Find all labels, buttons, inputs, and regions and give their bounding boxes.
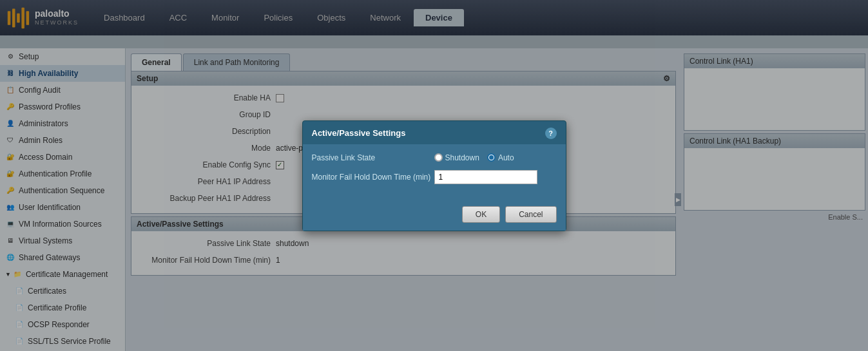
radio-auto[interactable]: Auto [487,153,514,162]
radio-shutdown[interactable]: Shutdown [434,153,479,162]
passive-link-state-radio-group: Shutdown Auto [434,153,514,162]
monitor-fail-hold-input[interactable] [434,170,537,184]
monitor-fail-hold-modal-label: Monitor Fail Hold Down Time (min) [312,173,434,182]
radio-shutdown-label: Shutdown [445,153,479,162]
modal-dialog: Active/Passive Settings ? Passive Link S… [302,120,566,231]
monitor-fail-hold-modal-row: Monitor Fail Hold Down Time (min) [312,170,557,184]
modal-help-icon[interactable]: ? [545,128,557,139]
passive-link-state-modal-row: Passive Link State Shutdown Auto [312,153,557,162]
modal-overlay: Active/Passive Settings ? Passive Link S… [0,0,868,351]
ok-button[interactable]: OK [462,206,500,223]
modal-title: Active/Passive Settings [312,128,406,138]
radio-auto-label: Auto [498,153,514,162]
modal-footer: OK Cancel [303,201,566,231]
modal-header: Active/Passive Settings ? [303,121,566,144]
passive-link-state-modal-label: Passive Link State [312,153,434,162]
cancel-button[interactable]: Cancel [505,206,556,223]
radio-auto-circle [487,153,496,162]
modal-body: Passive Link State Shutdown Auto Monitor… [303,144,566,201]
radio-shutdown-circle [434,153,443,162]
